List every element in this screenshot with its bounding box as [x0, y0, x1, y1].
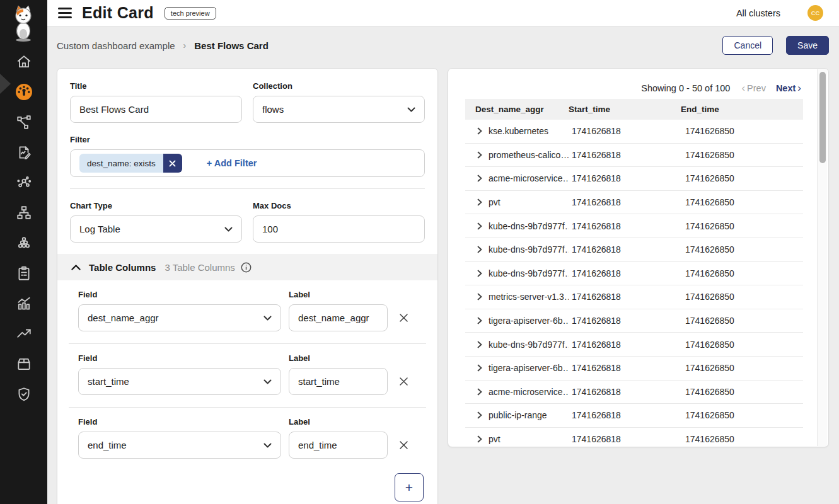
next-arrow-icon[interactable]: › [797, 83, 801, 93]
sidebar-item-threat-graph[interactable] [14, 174, 34, 191]
table-row[interactable]: pvt 1741626818 1741626850 [465, 428, 803, 447]
info-icon[interactable] [241, 262, 252, 273]
chart-type-label: Chart Type [70, 201, 242, 210]
sidebar-item-multi-cluster[interactable] [14, 234, 34, 251]
table-row[interactable]: acme-microservice… 1741626818 1741626850 [465, 381, 803, 404]
sidebar-item-alerts[interactable] [14, 325, 34, 342]
sidebar-item-logs[interactable] [14, 295, 34, 312]
scrollbar-thumb[interactable] [819, 72, 826, 163]
table-row[interactable]: kube-dns-9b7d977f… 1741626818 1741626850 [465, 214, 803, 238]
expand-row-icon[interactable] [477, 175, 483, 182]
expand-row-icon[interactable] [477, 222, 483, 230]
breadcrumb-parent[interactable]: Custom dashboard example [57, 40, 175, 51]
table-row[interactable]: metrics-server-v1.3… 1741626818 17416268… [465, 285, 803, 309]
sidebar-item-clusters-tree[interactable] [14, 204, 34, 221]
trending-up-icon [16, 326, 32, 342]
sidebar-item-service-graph[interactable] [14, 113, 34, 130]
expand-row-icon[interactable] [477, 270, 483, 277]
table-row[interactable]: kse.kubernetes 1741626818 1741626850 [465, 120, 803, 144]
column-rows: Field dest_name_aggr Label Field start_t… [69, 280, 426, 471]
filter-box[interactable]: dest_name: exists + Add Filter [70, 149, 425, 177]
expand-row-icon[interactable] [477, 388, 483, 396]
cluster-selector[interactable]: All clusters [736, 8, 780, 18]
cell-start-time: 1741626818 [569, 363, 681, 373]
expand-row-icon[interactable] [477, 364, 483, 372]
field-select[interactable]: dest_name_aggr [78, 304, 281, 331]
sidebar-item-reports[interactable] [14, 144, 34, 161]
table-row[interactable]: public-ip-range 1741626818 1741626850 [465, 404, 803, 428]
prev-button[interactable]: Prev [747, 83, 766, 93]
cancel-button[interactable]: Cancel [722, 36, 773, 55]
title-input[interactable] [70, 96, 242, 123]
scrollbar-track[interactable] [817, 69, 827, 446]
expand-row-icon[interactable] [477, 341, 483, 348]
expand-row-icon[interactable] [477, 317, 483, 324]
table-row[interactable]: tigera-apiserver-6b… 1741626818 17416268… [465, 309, 803, 333]
close-icon [169, 160, 176, 167]
remove-column-button[interactable] [395, 368, 412, 395]
add-column-button[interactable]: + [395, 473, 424, 501]
label-input[interactable] [289, 304, 388, 331]
card-preview: Showing 0 - 50 of 100 ‹ Prev Next › Dest… [448, 68, 829, 447]
expand-row-icon[interactable] [477, 411, 483, 419]
close-icon [399, 440, 408, 450]
expand-row-icon[interactable] [477, 293, 483, 301]
collection-label: Collection [253, 81, 425, 91]
sidebar-item-dashboards[interactable] [14, 83, 34, 100]
preview-table-body: kse.kubernetes 1741626818 1741626850 pro… [465, 120, 803, 447]
expand-row-icon[interactable] [477, 151, 483, 159]
field-label: Field [78, 353, 281, 363]
table-columns-header[interactable]: Table Columns 3 Table Columns [57, 254, 437, 280]
table-row[interactable]: acme-microservice… 1741626818 1741626850 [465, 167, 803, 191]
bar-chart-icon [16, 295, 32, 312]
expand-row-icon[interactable] [477, 246, 483, 253]
sidebar-item-compliance[interactable] [14, 386, 34, 403]
table-row[interactable]: kube-dns-9b7d977f… 1741626818 1741626850 [465, 238, 803, 262]
chevron-down-icon [263, 379, 272, 384]
title-label: Title [70, 81, 242, 91]
calico-cat-logo[interactable] [9, 6, 38, 42]
table-row[interactable]: kube-dns-9b7d977f… 1741626818 1741626850 [465, 262, 803, 286]
cell-start-time: 1741626818 [569, 316, 681, 326]
sidebar-item-workloads[interactable] [14, 355, 34, 372]
cell-dest-name: pvt [489, 197, 501, 207]
pagination-showing: Showing 0 - 50 of 100 [641, 83, 730, 93]
table-row[interactable]: kube-dns-9b7d977f… 1741626818 1741626850 [465, 333, 803, 357]
cell-end-time: 1741626850 [681, 316, 803, 326]
sidebar-item-home[interactable] [14, 53, 34, 70]
cell-start-time: 1741626818 [569, 150, 681, 160]
label-input[interactable] [289, 432, 388, 459]
collection-select[interactable]: flows [253, 96, 425, 123]
cell-dest-name: kse.kubernetes [489, 126, 548, 136]
remove-column-button[interactable] [395, 432, 412, 459]
remove-column-button[interactable] [395, 304, 412, 331]
field-select[interactable]: start_time [78, 368, 281, 395]
expand-row-icon[interactable] [477, 198, 483, 206]
next-button[interactable]: Next [776, 83, 796, 93]
sidebar-item-policies[interactable] [14, 265, 34, 282]
clipboard-icon [16, 265, 32, 282]
avatar[interactable]: CC [807, 5, 823, 21]
field-select[interactable]: end_time [78, 432, 281, 459]
expand-row-icon[interactable] [477, 127, 483, 135]
edit-card-page: Edit Card tech preview All clusters CC C… [0, 0, 839, 504]
table-row[interactable]: pvt 1741626818 1741626850 [465, 191, 803, 215]
prev-arrow-icon[interactable]: ‹ [741, 83, 745, 93]
add-filter-link[interactable]: + Add Filter [207, 158, 257, 168]
remove-filter-button[interactable] [163, 154, 182, 173]
cell-end-time: 1741626850 [681, 197, 803, 207]
chart-type-select[interactable]: Log Table [70, 215, 242, 243]
cell-end-time: 1741626850 [681, 387, 803, 397]
hamburger-menu-icon[interactable] [58, 8, 72, 18]
table-row[interactable]: prometheus-calico… 1741626818 1741626850 [465, 144, 803, 168]
save-button[interactable]: Save [786, 36, 829, 55]
cell-end-time: 1741626850 [681, 292, 803, 302]
filter-chip: dest_name: exists [79, 154, 182, 173]
label-input[interactable] [289, 368, 388, 395]
cell-dest-name: acme-microservice… [489, 387, 569, 397]
label-label: Label [289, 290, 388, 299]
table-row[interactable]: tigera-apiserver-6b… 1741626818 17416268… [465, 357, 803, 381]
expand-row-icon[interactable] [477, 435, 483, 443]
max-docs-input[interactable] [253, 215, 425, 243]
table-column-row: Field end_time Label [69, 407, 426, 471]
